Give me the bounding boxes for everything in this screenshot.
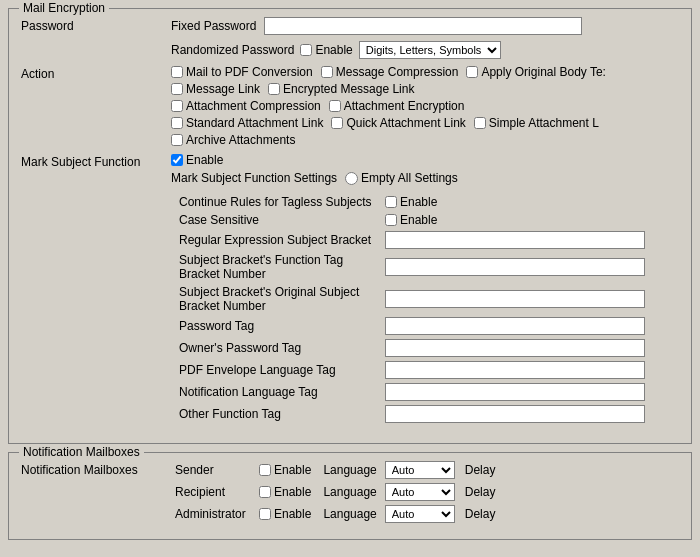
notification-recipient-row: Recipient Enable Language Auto English J… [21,483,679,501]
password-tag-input[interactable] [385,317,645,335]
ms-field-row: Continue Rules for Tagless Subjects Enab… [171,193,679,211]
recipient-delay-label: Delay [465,485,496,499]
action-attach-compress[interactable]: Attachment Compression [171,99,321,113]
ms-field-row: Notification Language Tag [171,381,679,403]
empty-all-radio-label[interactable]: Empty All Settings [345,171,458,185]
sender-enable-label[interactable]: Enable [259,463,311,477]
sender-delay-label: Delay [465,463,496,477]
ms-field-row: Owner's Password Tag [171,337,679,359]
ms-field-value [381,359,679,381]
randomized-password-label: Randomized Password [171,43,294,57]
ms-field-value [381,403,679,425]
ms-field-label: Continue Rules for Tagless Subjects [171,193,381,211]
notification-mailboxes-label: Notification Mailboxes [21,463,171,477]
case-sensitive-checkbox[interactable] [385,214,397,226]
ms-field-label: Other Function Tag [171,403,381,425]
ms-field-label: Subject Bracket's Function Tag Bracket N… [171,251,381,283]
notification-admin-row: Administrator Enable Language Auto Engli… [21,505,679,523]
sender-language-dropdown[interactable]: Auto English Japanese [385,461,455,479]
sender-label: Sender [175,463,255,477]
notification-mailboxes-legend: Notification Mailboxes [19,445,144,459]
fixed-password-label: Fixed Password [171,19,256,33]
action-msg-link[interactable]: Message Link [171,82,260,96]
ms-field-row: Regular Expression Subject Bracket [171,229,679,251]
recipient-enable-label[interactable]: Enable [259,485,311,499]
randomized-enable-checkbox-label[interactable]: Enable [300,43,352,57]
ms-field-row: PDF Envelope Language Tag [171,359,679,381]
recipient-language-dropdown[interactable]: Auto English Japanese [385,483,455,501]
other-function-tag-input[interactable] [385,405,645,423]
case-sensitive-checkbox-label[interactable]: Enable [385,213,675,227]
owners-password-tag-input[interactable] [385,339,645,357]
action-apply-original[interactable]: Apply Original Body Te: [466,65,606,79]
ms-field-value: Enable [381,193,679,211]
admin-language-label: Language [323,507,376,521]
ms-field-label: Notification Language Tag [171,381,381,403]
admin-delay-label: Delay [465,507,496,521]
notification-lang-tag-input[interactable] [385,383,645,401]
ms-field-label: Password Tag [171,315,381,337]
ms-field-value [381,381,679,403]
action-mail-pdf[interactable]: Mail to PDF Conversion [171,65,313,79]
ms-field-label: PDF Envelope Language Tag [171,359,381,381]
sender-enable-checkbox[interactable] [259,464,271,476]
administrator-label: Administrator [175,507,255,521]
original-subject-bracket-input[interactable] [385,290,645,308]
action-items-row1: Mail to PDF Conversion Message Compressi… [171,65,606,79]
action-items-row5: Archive Attachments [171,133,295,147]
password-row: Password Fixed Password Randomized Passw… [21,17,679,59]
mark-subject-enable-checkbox[interactable] [171,154,183,166]
ms-field-row: Password Tag [171,315,679,337]
ms-field-label: Owner's Password Tag [171,337,381,359]
ms-field-value [381,337,679,359]
notification-mailboxes-group: Notification Mailboxes Notification Mail… [8,452,692,540]
recipient-language-label: Language [323,485,376,499]
action-items-row2: Message Link Encrypted Message Link [171,82,414,96]
ms-field-value [381,283,679,315]
ms-field-row: Subject Bracket's Function Tag Bracket N… [171,251,679,283]
ms-field-value [381,315,679,337]
mark-subject-enable-label[interactable]: Enable [171,153,223,167]
mark-subject-row: Mark Subject Function Enable Mark Subjec… [21,153,679,425]
action-items-row3: Attachment Compression Attachment Encryp… [171,99,464,113]
empty-all-radio[interactable] [345,172,358,185]
action-encrypted-link[interactable]: Encrypted Message Link [268,82,414,96]
action-simple-attach[interactable]: Simple Attachment L [474,116,599,130]
admin-enable-label[interactable]: Enable [259,507,311,521]
fixed-password-input[interactable] [264,17,582,35]
ms-field-value: Enable [381,211,679,229]
randomized-password-dropdown[interactable]: Digits, Letters, Symbols Digits, Letters… [359,41,501,59]
ms-field-row: Case Sensitive Enable [171,211,679,229]
password-label: Password [21,17,171,33]
action-quick-attach-link[interactable]: Quick Attachment Link [331,116,465,130]
action-attach-encrypt[interactable]: Attachment Encryption [329,99,465,113]
ms-field-label: Regular Expression Subject Bracket [171,229,381,251]
action-msg-compress[interactable]: Message Compression [321,65,459,79]
ms-field-value [381,229,679,251]
ms-fields-table: Continue Rules for Tagless Subjects Enab… [171,193,679,425]
continue-rules-checkbox-label[interactable]: Enable [385,195,675,209]
action-std-attach-link[interactable]: Standard Attachment Link [171,116,323,130]
regex-subject-bracket-input[interactable] [385,231,645,249]
action-label: Action [21,65,171,81]
ms-field-row: Other Function Tag [171,403,679,425]
mail-encryption-legend: Mail Encryption [19,1,109,15]
continue-rules-checkbox[interactable] [385,196,397,208]
ms-field-label: Case Sensitive [171,211,381,229]
action-items-row4: Standard Attachment Link Quick Attachmen… [171,116,599,130]
ms-settings-label: Mark Subject Function Settings [171,171,337,185]
ms-field-label: Subject Bracket's Original Subject Brack… [171,283,381,315]
function-tag-bracket-input[interactable] [385,258,645,276]
randomized-enable-checkbox[interactable] [300,44,312,56]
ms-settings-header: Mark Subject Function Settings Empty All… [171,171,458,185]
ms-field-value [381,251,679,283]
pdf-envelope-lang-tag-input[interactable] [385,361,645,379]
ms-field-row: Subject Bracket's Original Subject Brack… [171,283,679,315]
admin-language-dropdown[interactable]: Auto English Japanese [385,505,455,523]
notification-sender-row: Notification Mailboxes Sender Enable Lan… [21,461,679,479]
recipient-enable-checkbox[interactable] [259,486,271,498]
sender-language-label: Language [323,463,376,477]
action-archive-attach[interactable]: Archive Attachments [171,133,295,147]
admin-enable-checkbox[interactable] [259,508,271,520]
mark-subject-label: Mark Subject Function [21,153,171,169]
